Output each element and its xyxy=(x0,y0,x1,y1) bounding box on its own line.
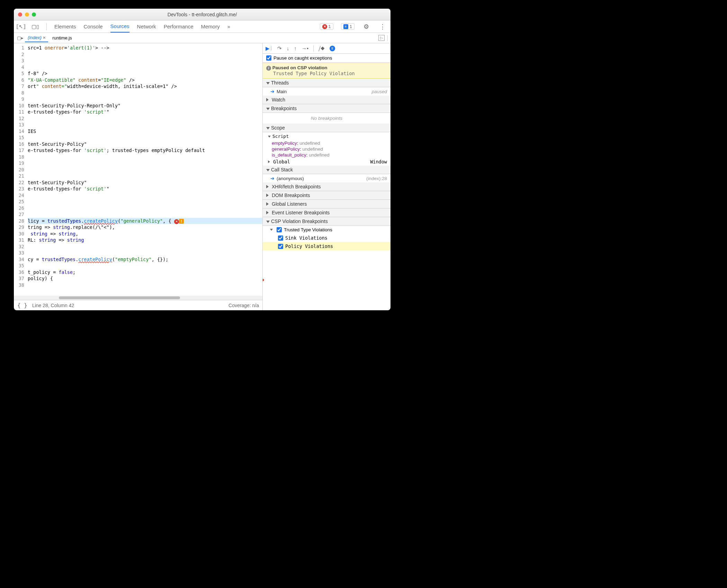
pause-on-caught-row[interactable]: Pause on caught exceptions xyxy=(263,54,391,63)
annotation-arrow-icon: ➡ xyxy=(263,270,264,289)
tab-performance[interactable]: Performance xyxy=(164,20,194,33)
section-scope[interactable]: Scope xyxy=(263,124,391,132)
scope-global[interactable]: GlobalWindow xyxy=(263,158,391,166)
section-threads[interactable]: Threads xyxy=(263,79,391,87)
close-tab-icon[interactable]: × xyxy=(43,35,46,40)
section-global-listeners[interactable]: Global Listeners xyxy=(263,200,391,208)
csp-tt-checkbox[interactable] xyxy=(277,227,282,232)
deactivate-breakpoints-icon[interactable]: ⧸◆ xyxy=(318,45,325,52)
titlebar: DevTools - tt-enforced.glitch.me/ xyxy=(14,9,391,20)
section-xhr[interactable]: XHR/fetch Breakpoints xyxy=(263,182,391,191)
step-out-icon[interactable]: ↑ xyxy=(294,45,297,51)
thread-main[interactable]: ➔Mainpaused xyxy=(263,87,391,96)
csp-sink[interactable]: Sink Violations xyxy=(263,234,391,242)
navigator-toggle-icon[interactable]: ▢▸ xyxy=(17,35,24,42)
minimize-window-button[interactable] xyxy=(25,12,29,17)
info-icon: i xyxy=(266,66,271,71)
section-callstack[interactable]: Call Stack xyxy=(263,166,391,174)
tab-network[interactable]: Network xyxy=(137,20,156,33)
section-dom[interactable]: DOM Breakpoints xyxy=(263,191,391,200)
debugger-toolbar: ▶⸽ ↷ ↓ ↑ →• ⧸◆ ⏸ xyxy=(263,43,391,54)
tab-console[interactable]: Console xyxy=(84,20,103,33)
resume-icon[interactable]: ▶⸽ xyxy=(266,45,272,52)
run-snippet-icon[interactable]: ▷ xyxy=(378,35,385,41)
tab-memory[interactable]: Memory xyxy=(201,20,220,33)
scope-script[interactable]: Script xyxy=(263,132,391,140)
file-tab-runtime[interactable]: runtime.js xyxy=(50,34,74,42)
inspect-element-icon[interactable]: ⟦↖⟧ xyxy=(17,23,24,30)
settings-gear-icon[interactable]: ⚙ xyxy=(362,23,370,30)
maximize-window-button[interactable] xyxy=(32,12,36,17)
more-menu-icon[interactable]: ⋮ xyxy=(378,23,387,30)
csp-sink-checkbox[interactable] xyxy=(278,235,283,241)
cursor-position: Line 28, Column 42 xyxy=(32,303,74,308)
section-breakpoints[interactable]: Breakpoints xyxy=(263,104,391,113)
step-over-icon[interactable]: ↷ xyxy=(277,45,282,52)
csp-trusted-type[interactable]: Trusted Type Violations xyxy=(263,226,391,234)
debugger-sidebar: ▶⸽ ↷ ↓ ↑ →• ⧸◆ ⏸ Pause on caught excepti… xyxy=(263,43,391,310)
panel-tabs: ⟦↖⟧ ▢▯ Elements Console Sources Network … xyxy=(14,20,391,33)
step-icon[interactable]: →• xyxy=(302,45,308,51)
status-bar: { } Line 28, Column 42 Coverage: n/a xyxy=(14,300,262,310)
scope-var[interactable]: generalPolicy: undefined xyxy=(263,146,391,152)
horizontal-scrollbar[interactable] xyxy=(14,296,262,300)
csp-policy-checkbox[interactable] xyxy=(278,244,283,249)
pause-on-caught-checkbox[interactable] xyxy=(266,55,271,61)
window-title: DevTools - tt-enforced.glitch.me/ xyxy=(168,12,237,17)
section-event-listener[interactable]: Event Listener Breakpoints xyxy=(263,208,391,217)
coverage-status: Coverage: n/a xyxy=(228,303,259,308)
more-tabs-button[interactable]: » xyxy=(227,20,230,33)
csp-policy[interactable]: Policy Violations xyxy=(263,242,391,250)
code-editor[interactable]: 1234567891011121314151617181920212223242… xyxy=(14,43,262,296)
pretty-print-icon[interactable]: { } xyxy=(17,302,27,309)
tab-elements[interactable]: Elements xyxy=(54,20,76,33)
message-count-pill[interactable]: ≡1 xyxy=(341,23,354,30)
close-window-button[interactable] xyxy=(18,12,22,17)
devtools-window: DevTools - tt-enforced.glitch.me/ ⟦↖⟧ ▢▯… xyxy=(14,9,391,310)
code-lines[interactable]: src=1 onerror='alert(1)'> --> f-8" /> "X… xyxy=(26,43,262,296)
paused-banner: i Paused on CSP violation Trusted Type P… xyxy=(263,63,391,79)
error-count-pill[interactable]: ✕1 xyxy=(320,23,333,30)
step-into-icon[interactable]: ↓ xyxy=(287,45,289,51)
no-breakpoints-label: No breakpoints xyxy=(263,113,391,124)
line-gutter: 1234567891011121314151617181920212223242… xyxy=(14,43,26,296)
pause-on-exceptions-icon[interactable]: ⏸ xyxy=(330,46,335,51)
section-csp[interactable]: CSP Violation Breakpoints xyxy=(263,217,391,226)
tab-sources[interactable]: Sources xyxy=(110,20,129,33)
file-tab-index[interactable]: (index)× xyxy=(25,34,48,42)
editor-column: 1234567891011121314151617181920212223242… xyxy=(14,43,263,310)
scope-var[interactable]: is_default_policy: undefined xyxy=(263,152,391,158)
scope-var[interactable]: emptyPolicy: undefined xyxy=(263,140,391,146)
section-watch[interactable]: Watch xyxy=(263,96,391,104)
callstack-frame[interactable]: ➔(anonymous)(index):28 xyxy=(263,174,391,182)
device-toolbar-icon[interactable]: ▢▯ xyxy=(32,23,39,30)
file-tabs: ▢▸ (index)× runtime.js ▷ xyxy=(14,33,391,43)
